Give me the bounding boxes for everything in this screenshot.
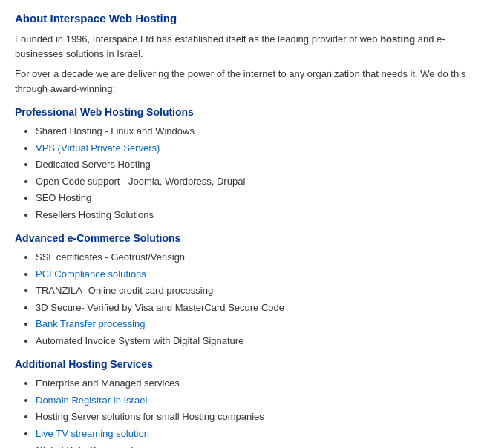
section-list-additional: Enterprise and Managed servicesDomain Re… — [15, 376, 472, 448]
list-item: Dedicated Servers Hosting — [36, 157, 472, 172]
list-item-link[interactable]: PCI Compliance solutions — [36, 269, 146, 280]
section-heading-ecommerce: Advanced e-Commerce Solutions — [15, 232, 472, 244]
list-item: Live TV streaming solution — [36, 426, 472, 441]
list-item: SSL certificates - Geotrust/Verisign — [36, 250, 472, 265]
sections-container: Professional Web Hosting SolutionsShared… — [15, 106, 472, 448]
list-item: Open Code support - Joomla, Wordpress, D… — [36, 174, 472, 189]
list-item: VPS (Virtual Private Servers) — [36, 141, 472, 156]
list-item: TRANZILA- Online credit card processing — [36, 283, 472, 298]
list-item: Resellers Hosting Solutions — [36, 208, 472, 223]
list-item-link[interactable]: Live TV streaming solution — [36, 428, 149, 439]
list-item: Automated Invoice System with Digital Si… — [36, 334, 472, 349]
list-item: SEO Hosting — [36, 191, 472, 205]
list-item-link[interactable]: Bank Transfer processing — [36, 318, 145, 329]
list-item: Bank Transfer processing — [36, 317, 472, 332]
section-heading-additional: Additional Hosting Services — [15, 358, 472, 370]
list-item: Shared Hosting - Linux and Windows — [36, 124, 472, 139]
section-heading-professional: Professional Web Hosting Solutions — [15, 106, 472, 118]
section-list-ecommerce: SSL certificates - Geotrust/VerisignPCI … — [15, 250, 472, 348]
intro-paragraph-2: For over a decade we are delivering the … — [15, 67, 472, 96]
intro-paragraph-1: Founded in 1996, Interspace Ltd has esta… — [15, 32, 472, 61]
section-list-professional: Shared Hosting - Linux and WindowsVPS (V… — [15, 124, 472, 222]
list-item: Global Data Center solutions — [36, 443, 472, 448]
list-item: Enterprise and Managed services — [36, 376, 472, 391]
list-item: PCI Compliance solutions — [36, 267, 472, 282]
list-item-link[interactable]: VPS (Virtual Private Servers) — [36, 142, 160, 154]
list-item-link[interactable]: Domain Registrar in Israel — [36, 395, 147, 406]
list-item: Domain Registrar in Israel — [36, 393, 472, 408]
list-item: 3D Secure- Verified by Visa and MasterCa… — [36, 300, 472, 315]
list-item: Hosting Server solutions for small Hosti… — [36, 409, 472, 424]
page-title: About Interspace Web Hosting — [15, 12, 472, 24]
